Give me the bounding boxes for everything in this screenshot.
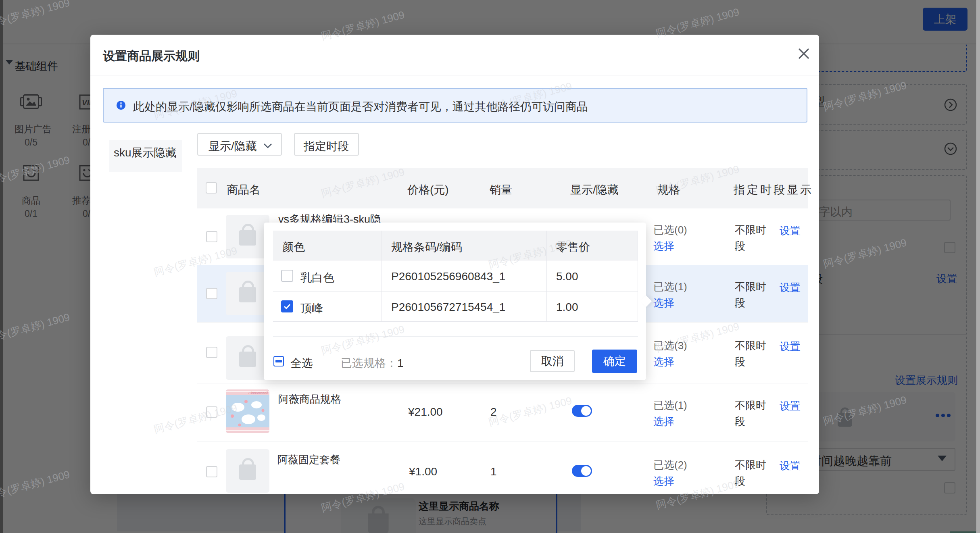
svg-text:Cinnamoroll: Cinnamoroll — [248, 391, 268, 395]
